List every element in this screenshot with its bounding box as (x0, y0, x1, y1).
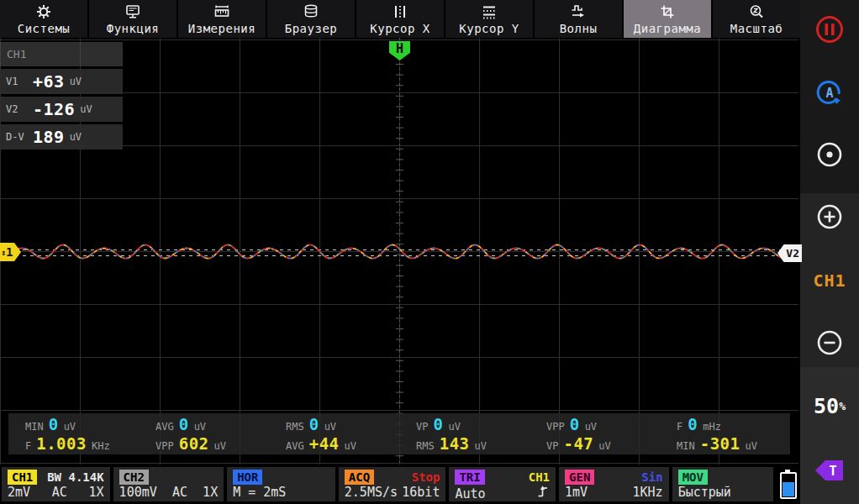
tab-label: Курсор Y (459, 22, 519, 35)
mov-badge: MOV (678, 470, 708, 485)
tab-cursor-x[interactable]: Курсор X (356, 0, 444, 38)
status-generator-section[interactable]: GEN Sin 1mV 1KHz (559, 467, 669, 501)
minus-circle-icon (814, 327, 846, 359)
svg-text:T: T (829, 464, 836, 479)
measurement-readout-bar: MIN0uV F1.003KHz AVG0uV VPP602uV RMS0uV … (8, 413, 790, 454)
bit-depth: 16bit (402, 485, 440, 500)
channel-select-button[interactable]: CH1 (800, 269, 859, 292)
oscilloscope-app: Системы Функция Измерения (0, 0, 859, 504)
ch1-scale: 2mV (8, 485, 30, 500)
top-menu-bar: Системы Функция Измерения (0, 0, 800, 38)
measure-col-3: RMS0uV AVG+44uV (269, 413, 399, 454)
auto-icon: A (814, 76, 846, 108)
gen-waveform-type: Sin (641, 470, 662, 484)
cursor-v1-value: +63 (33, 71, 65, 92)
cursor-v2-label: V2 (6, 103, 33, 115)
tab-scale[interactable]: Масштаб (713, 0, 800, 38)
tab-label: Системы (18, 22, 71, 35)
status-acquisition-section[interactable]: ACQ Stop 2.5MS/s 16bit (339, 467, 446, 501)
battery-indicator (777, 467, 800, 504)
rising-edge-icon (537, 485, 550, 502)
tab-label: Измерения (188, 22, 256, 35)
status-trigger-section[interactable]: TRI CH1 Auto (449, 467, 556, 501)
cursor-v1-unit: uV (70, 76, 82, 87)
trigger-t-icon: T (814, 457, 846, 484)
monitor-icon (124, 3, 141, 20)
gen-amplitude: 1mV (565, 485, 588, 500)
tab-browser[interactable]: Браузер (267, 0, 355, 38)
pause-icon (814, 13, 846, 45)
tab-label: Браузер (285, 22, 338, 35)
status-ch2-section[interactable]: CH2 100mV AC 1X (113, 467, 224, 501)
autoset-button[interactable]: A (800, 76, 859, 108)
tab-label: Курсор X (370, 22, 430, 35)
v2-tag-label: V2 (786, 247, 799, 260)
tab-diagram[interactable]: Диаграмма (624, 0, 711, 38)
gear-icon (35, 3, 52, 20)
ch1-probe: 1X (89, 485, 104, 500)
cursor-y-icon (481, 3, 498, 20)
run-pause-button[interactable] (800, 13, 859, 45)
measure-col-2: AVG0uV VPP602uV (139, 413, 269, 454)
scale-decrease-button[interactable] (800, 327, 859, 359)
cursor-v2-unit: uV (80, 103, 92, 115)
gen-badge: GEN (565, 470, 594, 485)
tab-measurements[interactable]: Измерения (178, 0, 266, 38)
tab-function[interactable]: Функция (89, 0, 177, 38)
tri-badge: TRI (455, 470, 484, 485)
measure-col-5: VPP0uV VP-47uV (530, 413, 660, 454)
status-horizontal-section[interactable]: HOR M = 2mS (227, 467, 335, 501)
zoom-level-unit: % (839, 400, 846, 412)
waveform-display[interactable]: H CH1 V1 +63 uV V2 -126 uV D-V 189 uV ↕1 (0, 38, 798, 465)
trigger-tag-button[interactable]: T (800, 456, 859, 485)
cursor-v2-value: -126 (33, 99, 75, 119)
tab-label: Масштаб (730, 22, 783, 35)
zoom-level-value: 50 (814, 394, 839, 418)
tab-waves[interactable]: Волны (535, 0, 622, 38)
waves-icon (570, 3, 587, 20)
zoom-z-icon (748, 3, 765, 20)
measure-col-4: VP0uV RMS143uV (399, 413, 530, 454)
svg-text:A: A (825, 86, 833, 101)
ch2-probe: 1X (203, 485, 218, 500)
sample-rate: 2.5MS/s (345, 485, 398, 500)
scale-increase-button[interactable] (800, 201, 859, 233)
ch2-coupling: AC (172, 485, 187, 500)
diagram-crop-icon (659, 3, 676, 20)
timebase-value: M = 2mS (233, 485, 286, 500)
right-sidebar: A CH1 50% (800, 0, 859, 504)
ch1-coupling: AC (52, 485, 67, 500)
cursor-delta-label: D-V (6, 131, 33, 143)
zoom-level-indicator[interactable]: 50% (800, 391, 859, 420)
tab-label: Функция (107, 22, 160, 35)
channel-select-label: CH1 (813, 270, 846, 291)
ch1-badge: CH1 (8, 470, 37, 485)
trigger-source: CH1 (529, 470, 550, 484)
status-ch1-section[interactable]: CH1 BW 4.14K 2mV AC 1X (2, 467, 110, 501)
cursor-v1-row: V1 +63 uV (0, 69, 123, 94)
cursor-delta-row: D-V 189 uV (0, 124, 123, 150)
tab-label: Волны (560, 22, 598, 35)
acq-badge: ACQ (345, 470, 374, 485)
browser-database-icon (303, 3, 319, 20)
cursor-v1-label: V1 (6, 76, 33, 87)
mov-speed: Быстрый (678, 485, 731, 500)
cursor-readout-header: CH1 (0, 42, 123, 66)
ch1-bandwidth: BW 4.14K (47, 470, 103, 484)
status-movement-section[interactable]: MOV Быстрый (672, 467, 774, 501)
battery-icon (780, 472, 797, 499)
measure-ruler-icon (213, 3, 230, 20)
measure-col-1: MIN0uV F1.003KHz (8, 413, 139, 454)
cursor-delta-value: 189 (33, 127, 65, 147)
plus-circle-icon (814, 201, 846, 233)
record-dot-button[interactable] (800, 139, 859, 171)
tab-cursor-y[interactable]: Курсор Y (445, 0, 533, 38)
cursor-delta-unit: uV (70, 131, 82, 143)
gen-frequency: 1KHz (633, 485, 663, 500)
tab-systems[interactable]: Системы (0, 0, 87, 38)
dot-circle-icon (814, 139, 846, 171)
bottom-status-bar: CH1 BW 4.14K 2mV AC 1X CH2 100mV AC 1X H… (0, 465, 800, 504)
cursor-x-icon (392, 3, 408, 20)
cursor-v2-row: V2 -126 uV (0, 97, 123, 122)
ch1-tag-number: 1 (6, 245, 13, 259)
